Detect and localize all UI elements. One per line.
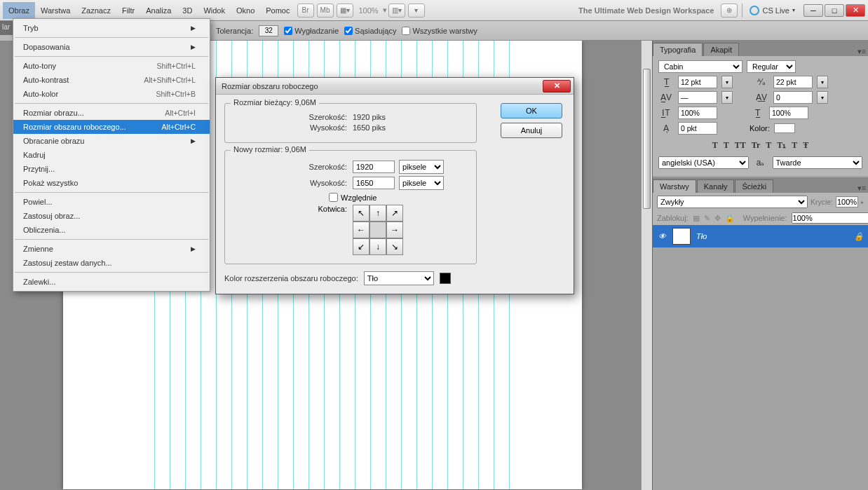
extras-button[interactable]: ▾ [408,4,425,18]
menu-pomoc[interactable]: Pomoc [260,2,295,19]
menu-item[interactable]: Zastosuj zestaw danych... [13,256,210,270]
tolerance-input[interactable] [259,25,278,36]
layers-panel-menu-icon[interactable]: ▾≡ [855,184,868,193]
extension-color-swatch[interactable] [440,273,451,284]
cancel-button[interactable]: Anuluj [501,123,562,138]
dialog-close-button[interactable]: ✕ [543,80,571,93]
menu-item[interactable]: Rozmiar obrazu...Alt+Ctrl+I [13,106,210,120]
width-unit-select[interactable]: piksele [399,160,444,174]
menu-3d[interactable]: 3D [177,2,198,19]
dialog-title: Rozmiar obszaru roboczego [219,82,318,90]
bridge-button[interactable]: Br [297,4,314,18]
menu-item[interactable]: Przytnij... [13,162,210,176]
dialog-titlebar[interactable]: Rozmiar obszaru roboczego ✕ [216,78,574,95]
menu-item[interactable]: Rozmiar obszaru roboczego...Alt+Ctrl+C [13,120,210,134]
lock-transparency-icon[interactable]: ▦ [693,213,700,223]
height-unit-select[interactable]: piksele [399,176,444,190]
zoom-level[interactable]: 100% [355,6,383,15]
relative-checkbox[interactable] [329,193,338,202]
tab-channels[interactable]: Kanały [697,179,735,193]
hscale-input[interactable] [678,107,717,119]
menu-obraz[interactable]: Obraz [3,2,35,19]
menu-item[interactable]: Tryb▶ [13,21,210,35]
menu-widok[interactable]: Widok [198,2,231,19]
current-size-legend: Rozmiar bieżący: 9,06M [231,98,319,107]
panel-menu-icon[interactable]: ▾≡ [855,47,868,56]
cs-live-button[interactable]: CS Live ▾ [745,6,799,15]
new-height-label: Wysokość: [233,179,353,187]
menu-item[interactable]: Auto-kontrastAlt+Shift+Ctrl+L [13,73,210,87]
tab-paragraph[interactable]: Akapit [703,43,739,56]
font-family-select[interactable]: Cabin [658,60,742,73]
tracking-input[interactable] [773,91,813,104]
right-panel-dock: Typografia Akapit ▾≡ Cabin Regular T̲ ▾ … [652,41,868,490]
tab-layers[interactable]: Warstwy [653,179,696,193]
new-height-input[interactable] [353,177,395,189]
menu-item[interactable]: Powiel... [13,195,210,209]
document-tab[interactable]: lar [0,21,14,35]
menu-item[interactable]: Zalewki... [13,275,210,289]
text-format-button[interactable]: T [712,140,718,151]
lock-all-icon[interactable]: 🔒 [725,213,735,223]
text-format-button[interactable]: TT [735,140,746,151]
baseline-input[interactable] [678,122,717,135]
ok-button[interactable]: OK [501,103,562,118]
antialias-checkbox[interactable]: Wygładzanie [284,27,339,35]
opacity-input[interactable] [836,196,858,207]
tab-paths[interactable]: Ścieżki [735,179,773,193]
visibility-icon[interactable]: 👁 [657,232,667,240]
text-format-button[interactable]: T [792,140,797,151]
lock-position-icon[interactable]: ✥ [714,213,721,223]
window-maximize-button[interactable]: □ [825,4,844,17]
menu-okno[interactable]: Okno [231,2,260,19]
menu-item[interactable]: Dopasowania▶ [13,40,210,54]
workspace-label[interactable]: The Ultimate Web Design Workspace [573,6,719,15]
menu-zaznacz[interactable]: Zaznacz [76,2,116,19]
vscale-input[interactable] [769,107,808,119]
menu-item[interactable]: Zmienne▶ [13,242,210,256]
menu-filtr[interactable]: Filtr [116,2,140,19]
lock-paint-icon[interactable]: ✎ [704,213,710,223]
font-style-select[interactable]: Regular [747,60,796,73]
text-format-button[interactable]: T₁ [777,140,786,151]
font-size-input[interactable] [678,76,717,88]
window-close-button[interactable]: ✕ [846,4,865,17]
menu-item[interactable]: Auto-kolorShift+Ctrl+B [13,87,210,101]
kerning-input[interactable] [678,91,717,104]
text-format-button[interactable]: T [766,140,771,151]
blend-mode-select[interactable]: Zwykły [657,196,808,208]
baseline-icon: Aͅ [658,122,674,135]
menu-item[interactable]: Pokaż wszystko [13,176,210,190]
arrange-button[interactable]: ▥▾ [388,4,405,18]
screen-mode-button[interactable]: ▦▾ [337,4,353,18]
window-minimize-button[interactable]: ─ [803,4,823,17]
language-select[interactable]: angielski (USA) [658,156,749,169]
typography-panel: Typografia Akapit ▾≡ Cabin Regular T̲ ▾ … [653,41,868,176]
layer-row-background[interactable]: 👁 Tło 🔒 [653,225,868,247]
cur-width-label: Szerokość: [233,113,353,121]
menu-item[interactable]: Obracanie obrazu▶ [13,134,210,148]
contiguous-checkbox[interactable]: Sąsiadujący [344,27,396,35]
text-format-button[interactable]: Tr [752,140,760,151]
tab-typography[interactable]: Typografia [653,43,703,56]
extension-color-select[interactable]: Tło [364,271,434,285]
menu-item[interactable]: Auto-tonyShift+Ctrl+L [13,59,210,73]
text-format-button[interactable]: T [724,140,729,151]
layer-name: Tło [696,232,707,240]
new-width-input[interactable] [353,161,395,173]
text-color-swatch[interactable] [774,123,795,133]
menu-item[interactable]: Obliczenia... [13,223,210,237]
vertical-scrollbar[interactable] [641,41,652,490]
menu-item[interactable]: Zastosuj obraz... [13,209,210,223]
antialias-select[interactable]: Twarde [773,156,863,169]
text-format-button[interactable]: Ŧ [803,140,808,151]
menu-warstwa[interactable]: Warstwa [35,2,76,19]
leading-input[interactable] [773,76,813,88]
minibridge-button[interactable]: Mb [317,4,334,18]
menu-item[interactable]: Kadruj [13,148,210,162]
all-layers-checkbox[interactable]: Wszystkie warstwy [402,27,477,35]
search-button[interactable]: ⊕ [721,4,738,18]
fill-input[interactable] [792,212,868,224]
anchor-grid[interactable]: ↖↑↗ ←→ ↙↓↘ [353,205,403,255]
menu-analiza[interactable]: Analiza [140,2,177,19]
